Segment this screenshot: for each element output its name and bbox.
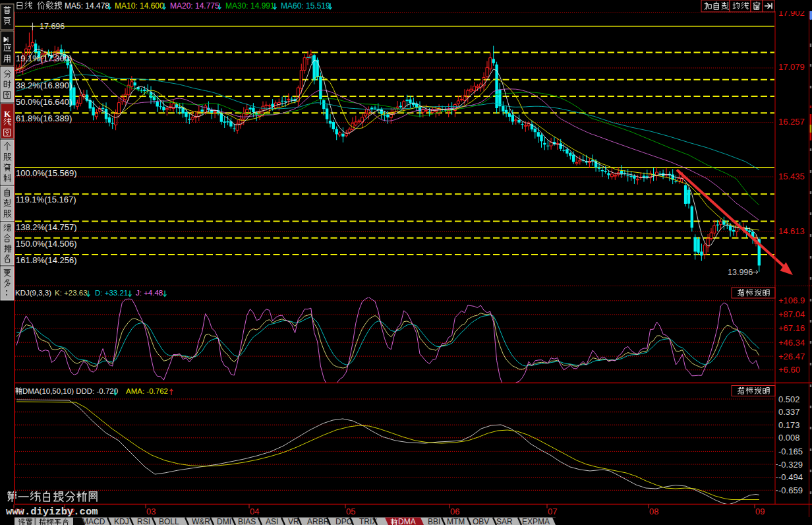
svg-text:K: +23.63: K: +23.63 — [55, 289, 88, 297]
svg-text:17.079: 17.079 — [778, 62, 805, 72]
svg-text:DMA: DMA — [398, 517, 416, 525]
svg-text:BOLL: BOLL — [159, 517, 179, 525]
svg-text:150.0%(14.506): 150.0%(14.506) — [16, 239, 77, 249]
svg-text:MA30: 14.991: MA30: 14.991 — [225, 1, 275, 11]
svg-text:MA60: 15.519: MA60: 15.519 — [281, 1, 330, 11]
svg-text:0.008: 0.008 — [778, 433, 800, 443]
svg-text:+87.04: +87.04 — [778, 309, 805, 319]
svg-text:BIAS: BIAS — [238, 517, 256, 525]
svg-text:161.8%(14.256): 161.8%(14.256) — [16, 255, 77, 265]
svg-text:16.257: 16.257 — [778, 117, 805, 127]
svg-text:ASI: ASI — [266, 517, 278, 525]
svg-text:05: 05 — [346, 507, 355, 516]
svg-text:SAR: SAR — [496, 517, 513, 525]
svg-text:MA20: 14.775: MA20: 14.775 — [170, 1, 219, 11]
svg-text:50.0%(16.640): 50.0%(16.640) — [16, 97, 72, 107]
svg-text:04: 04 — [250, 507, 259, 516]
svg-text:+26.47: +26.47 — [778, 352, 805, 361]
svg-text:MTM: MTM — [447, 517, 465, 525]
svg-text:KDJ: KDJ — [114, 517, 129, 525]
svg-text:EXPMA: EXPMA — [522, 517, 550, 525]
svg-text:38.2%(16.890): 38.2%(16.890) — [16, 80, 72, 90]
svg-text:0.337: 0.337 — [778, 407, 800, 417]
svg-text:03: 03 — [146, 507, 156, 516]
svg-text:D: +33.21: D: +33.21 — [95, 289, 128, 297]
svg-text:OBV: OBV — [473, 517, 489, 525]
svg-text:K: K — [4, 109, 11, 119]
svg-text:138.2%(14.757): 138.2%(14.757) — [16, 222, 77, 232]
svg-text:+67.16: +67.16 — [778, 323, 805, 333]
svg-text:+106.9: +106.9 — [778, 295, 805, 305]
svg-text:13.996: 13.996 — [728, 268, 753, 277]
svg-text:-0.494: -0.494 — [778, 472, 803, 482]
svg-text:0.173: 0.173 — [778, 420, 800, 430]
svg-text:-0.165: -0.165 — [778, 447, 803, 456]
svg-text:17.696: 17.696 — [40, 22, 65, 31]
svg-text:15.435: 15.435 — [778, 171, 805, 181]
svg-text:08: 08 — [649, 507, 658, 516]
svg-text:RSI: RSI — [137, 517, 150, 525]
svg-text:ARBR: ARBR — [307, 517, 330, 525]
svg-text:-0.659: -0.659 — [778, 485, 803, 495]
svg-text:MA10: 14.600: MA10: 14.600 — [115, 1, 164, 11]
svg-text:W&R: W&R — [192, 517, 210, 525]
svg-text:AMA: -0.762: AMA: -0.762 — [126, 387, 168, 395]
svg-text:www.diyizby.com: www.diyizby.com — [6, 506, 98, 518]
svg-text:DMI: DMI — [217, 517, 231, 525]
svg-text:MACD: MACD — [82, 517, 105, 525]
svg-text:100.0%(15.569): 100.0%(15.569) — [16, 168, 77, 178]
svg-text:119.1%(15.167): 119.1%(15.167) — [16, 195, 76, 204]
svg-text:J: +4.48: J: +4.48 — [136, 289, 163, 297]
svg-text:61.8%(16.389): 61.8%(16.389) — [16, 113, 72, 123]
svg-text:DMA(10,50,10) DDD: -0.720: DMA(10,50,10) DDD: -0.720 — [22, 387, 118, 395]
svg-text:0.502: 0.502 — [778, 394, 800, 404]
svg-text:KDJ(9,3,3): KDJ(9,3,3) — [15, 289, 51, 297]
svg-text:07: 07 — [548, 507, 557, 516]
svg-text:14.613: 14.613 — [778, 226, 805, 236]
svg-text:+6.60: +6.60 — [778, 365, 800, 375]
svg-text:-0.329: -0.329 — [778, 460, 803, 470]
svg-text:09: 09 — [755, 507, 765, 516]
svg-text:19.1%(17.300): 19.1%(17.300) — [16, 53, 72, 63]
svg-text:+46.34: +46.34 — [778, 338, 805, 348]
svg-text:BBI: BBI — [428, 517, 440, 525]
svg-text:06: 06 — [450, 507, 459, 516]
svg-text:MA5: 14.478: MA5: 14.478 — [65, 1, 109, 11]
